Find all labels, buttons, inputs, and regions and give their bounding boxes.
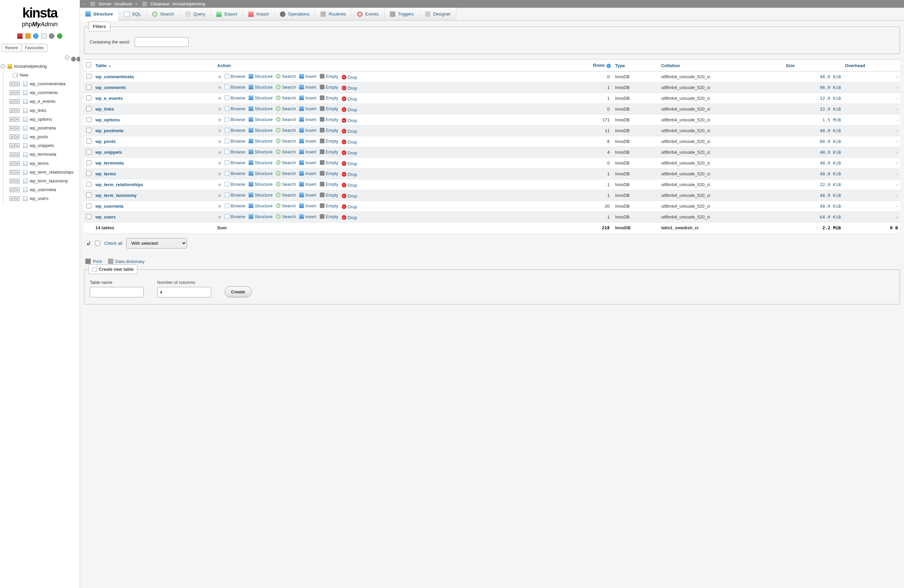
action-browse[interactable]: Browse: [224, 214, 245, 219]
tree-table-row[interactable]: ++wp_links: [9, 106, 79, 115]
tree-table-row[interactable]: ++wp_users: [9, 194, 79, 203]
logout-icon[interactable]: [25, 33, 31, 39]
action-browse[interactable]: Browse: [224, 128, 245, 133]
favourite-star-icon[interactable]: ★: [217, 74, 222, 80]
th-size[interactable]: Size: [784, 60, 843, 71]
tree-expand-icon[interactable]: +: [9, 134, 14, 139]
table-name-link[interactable]: wp_termmeta: [95, 161, 124, 166]
create-cols-input[interactable]: [157, 287, 211, 297]
tree-expand-icon[interactable]: +: [9, 126, 14, 131]
tree-table-row[interactable]: ++wp_postmeta: [9, 124, 79, 132]
row-checkbox[interactable]: [86, 74, 92, 79]
action-insert[interactable]: Insert: [299, 117, 316, 122]
row-checkbox[interactable]: [86, 117, 92, 122]
tree-table-label[interactable]: wp_usermeta: [30, 187, 56, 193]
tree-table-row[interactable]: ++wp_snippets: [9, 141, 79, 150]
table-name-link[interactable]: wp_options: [95, 117, 120, 122]
tree-table-row[interactable]: ++wp_term_relationships: [9, 168, 79, 177]
th-rows[interactable]: Rows: [561, 60, 613, 71]
action-insert[interactable]: Insert: [299, 171, 316, 176]
action-drop[interactable]: −Drop: [342, 161, 357, 166]
tree-new-label[interactable]: New: [20, 72, 28, 78]
tree-table-label[interactable]: wp_snippets: [30, 143, 54, 149]
tree-table-label[interactable]: wp_term_taxonomy: [30, 178, 68, 184]
row-checkbox[interactable]: [86, 160, 92, 165]
tree-table-label[interactable]: wp_users: [30, 195, 49, 202]
print-link[interactable]: Print: [85, 259, 102, 264]
table-name-link[interactable]: wp_terms: [95, 171, 116, 177]
row-checkbox[interactable]: [86, 171, 92, 176]
action-structure[interactable]: Structure: [248, 214, 273, 219]
tab-events[interactable]: Events: [352, 8, 384, 20]
tree-expand2-icon[interactable]: +: [15, 117, 20, 122]
tree-expand2-icon[interactable]: +: [15, 108, 20, 113]
action-insert[interactable]: Insert: [299, 160, 316, 165]
tab-import[interactable]: Import: [243, 8, 275, 20]
action-drop[interactable]: −Drop: [342, 215, 357, 220]
tree-expand-icon[interactable]: +: [9, 143, 14, 148]
action-empty[interactable]: Empty: [320, 171, 338, 176]
table-name-link[interactable]: wp_postmeta: [95, 128, 123, 133]
tree-expand2-icon[interactable]: +: [15, 196, 20, 201]
action-drop[interactable]: −Drop: [342, 96, 357, 101]
tree-db-row[interactable]: − kinstahelptesting: [1, 62, 79, 71]
action-search[interactable]: Search: [276, 149, 296, 154]
th-type[interactable]: Type: [613, 60, 659, 71]
action-structure[interactable]: Structure: [248, 139, 273, 143]
action-browse[interactable]: Browse: [224, 160, 245, 165]
action-empty[interactable]: Empty: [320, 203, 338, 208]
action-insert[interactable]: Insert: [299, 74, 316, 79]
reload-icon[interactable]: [57, 33, 62, 39]
action-browse[interactable]: Browse: [224, 106, 245, 111]
action-structure[interactable]: Structure: [248, 192, 273, 197]
tree-expand2-icon[interactable]: +: [15, 188, 20, 192]
action-browse[interactable]: Browse: [224, 192, 245, 197]
favourite-star-icon[interactable]: ★: [217, 160, 222, 166]
row-checkbox[interactable]: [86, 95, 92, 101]
tree-expand-icon[interactable]: +: [9, 117, 14, 122]
tree-table-label[interactable]: wp_e_events: [30, 98, 56, 104]
action-structure[interactable]: Structure: [248, 95, 273, 101]
action-insert[interactable]: Insert: [299, 85, 316, 90]
action-drop[interactable]: −Drop: [342, 183, 357, 188]
filter-input[interactable]: [134, 37, 188, 47]
action-browse[interactable]: Browse: [224, 74, 245, 79]
action-search[interactable]: Search: [276, 171, 296, 176]
tab-favourites[interactable]: Favourites: [22, 44, 47, 52]
action-structure[interactable]: Structure: [248, 128, 273, 133]
action-drop[interactable]: −Drop: [342, 140, 357, 145]
action-structure[interactable]: Structure: [248, 171, 273, 176]
favourite-star-icon[interactable]: ★: [217, 117, 222, 123]
row-checkbox[interactable]: [86, 203, 92, 208]
tree-expand2-icon[interactable]: +: [15, 99, 20, 104]
checkall-header[interactable]: [86, 62, 91, 68]
th-table[interactable]: Table▲: [93, 60, 215, 71]
action-insert[interactable]: Insert: [299, 203, 316, 208]
favourite-star-icon[interactable]: ★: [217, 203, 222, 209]
tree-toggle-icon[interactable]: −: [1, 64, 5, 69]
action-drop[interactable]: −Drop: [342, 129, 357, 134]
table-name-link[interactable]: wp_snippets: [95, 150, 122, 155]
action-search[interactable]: Search: [276, 203, 296, 208]
action-drop[interactable]: −Drop: [342, 107, 357, 112]
row-checkbox[interactable]: [86, 106, 92, 111]
tree-expand-icon[interactable]: +: [9, 196, 14, 201]
row-checkbox[interactable]: [86, 214, 92, 219]
tree-expand-icon[interactable]: +: [9, 161, 14, 166]
tree-expand2-icon[interactable]: +: [15, 90, 20, 95]
bc-db-value[interactable]: kinstahelptesting: [173, 2, 205, 6]
action-structure[interactable]: Structure: [248, 149, 273, 154]
table-name-link[interactable]: wp_usermeta: [95, 203, 123, 209]
th-collation[interactable]: Collation: [659, 60, 784, 71]
tab-routines[interactable]: Routines: [315, 8, 351, 20]
tree-table-label[interactable]: wp_termmeta: [30, 151, 56, 158]
action-browse[interactable]: Browse: [224, 171, 245, 176]
tree-table-label[interactable]: wp_posts: [30, 134, 48, 140]
tree-table-row[interactable]: ++wp_e_events: [9, 97, 79, 106]
nav-back-icon[interactable]: ←: [83, 2, 87, 6]
action-browse[interactable]: Browse: [224, 139, 245, 143]
action-insert[interactable]: Insert: [299, 214, 316, 219]
action-drop[interactable]: −Drop: [342, 204, 357, 210]
action-browse[interactable]: Browse: [224, 85, 245, 90]
with-selected-dropdown[interactable]: With selected:: [126, 238, 187, 249]
